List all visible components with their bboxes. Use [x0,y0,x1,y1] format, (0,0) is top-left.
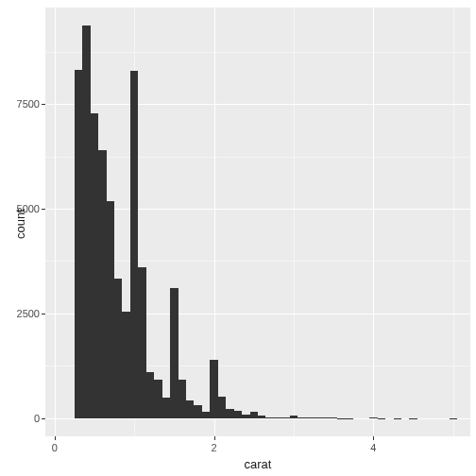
histogram-bar [234,411,242,418]
histogram-bar [154,380,162,418]
x-tick-label: 0 [52,442,58,453]
histogram-bar [91,113,98,418]
histogram-bar [258,416,265,418]
histogram-bar [202,412,210,418]
histogram-bar [186,400,194,418]
histogram-bar [122,312,129,418]
x-tick-label: 4 [370,442,376,453]
histogram-bar [242,415,249,418]
histogram-bar [265,417,273,418]
histogram-bar [170,288,178,418]
histogram-bar [290,416,298,418]
histogram-bar [82,26,90,418]
histogram-bar [107,201,114,417]
y-axis-title: count [13,209,27,239]
histogram-bar [138,267,145,418]
histogram-chart: 0240250050007500 carat count [0,0,476,476]
histogram-bar [130,71,138,417]
histogram-bar [274,417,281,418]
y-tick-label: 2500 [17,308,40,319]
histogram-bar [226,409,233,418]
histogram-bar [194,405,201,418]
y-tick-label: 7500 [17,98,40,110]
histogram-bar [162,398,170,418]
histogram-bar [114,279,122,418]
x-axis-title: carat [45,457,470,471]
x-tick-label: 2 [212,442,217,453]
histogram-bar [250,412,258,418]
histogram-bar [298,417,305,418]
histogram-bar [75,70,82,418]
y-tick-label: 0 [34,413,40,424]
histogram-bar [178,380,186,418]
histogram-bar [146,372,154,418]
plot-area [45,8,470,436]
histogram-bar [210,360,217,418]
histogram-bar [218,397,226,418]
histogram-bar [98,150,106,418]
